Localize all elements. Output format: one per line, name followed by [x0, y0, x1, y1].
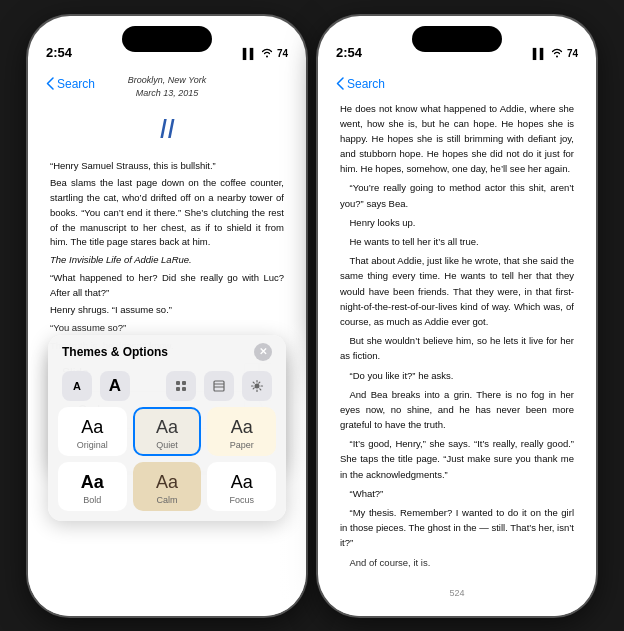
brightness-button[interactable] [242, 371, 272, 401]
font-controls: A A [48, 367, 286, 407]
right-para-7: And Bea breaks into a grin. There is no … [340, 387, 574, 433]
panel-overlay: Slide ✓ Curl [28, 336, 306, 616]
theme-paper-aa: Aa [231, 417, 253, 438]
theme-quiet-aa: Aa [156, 417, 178, 438]
battery-icon-right: 74 [567, 48, 578, 59]
theme-quiet-label: Quiet [156, 440, 178, 450]
themes-title-group: Themes & Options [62, 345, 168, 359]
themes-bar: Themes & Options ✕ A A [48, 335, 286, 521]
dynamic-island-right [412, 26, 502, 52]
theme-quiet-inner: Aa Quiet [135, 409, 200, 454]
right-para-0: He does not know what happened to Addie,… [340, 101, 574, 177]
back-button-right[interactable]: Search [336, 77, 385, 91]
theme-original-inner: Aa Original [60, 409, 125, 454]
theme-paper-card[interactable]: Aa Paper [207, 407, 276, 456]
page-number-right: 524 [449, 588, 464, 598]
nav-bar-left: Search [28, 66, 306, 102]
theme-original-card[interactable]: Aa Original [58, 407, 127, 456]
theme-original-label: Original [77, 440, 108, 450]
theme-focus-inner: Aa Focus [209, 464, 274, 509]
chapter-number: II [50, 107, 284, 150]
dynamic-island-left [122, 26, 212, 52]
svg-rect-6 [182, 381, 186, 385]
right-para-8: “It’s good, Henry,” she says. “It’s real… [340, 436, 574, 482]
wifi-icon [261, 48, 273, 60]
back-button-left[interactable]: Search [46, 77, 95, 91]
right-para-9: “What?” [340, 486, 574, 501]
theme-focus-aa: Aa [231, 472, 253, 493]
theme-bold-label: Bold [83, 495, 101, 505]
theme-paper-inner: Aa Paper [209, 409, 274, 454]
themes-header: Themes & Options ✕ [48, 335, 286, 367]
font-decrease-button[interactable]: A [62, 371, 92, 401]
time-right: 2:54 [336, 45, 362, 60]
svg-rect-9 [214, 381, 224, 391]
theme-paper-label: Paper [230, 440, 254, 450]
svg-rect-7 [176, 387, 180, 391]
svg-rect-8 [182, 387, 186, 391]
theme-focus-label: Focus [229, 495, 254, 505]
right-para-2: Henry looks up. [340, 215, 574, 230]
theme-calm-label: Calm [156, 495, 177, 505]
themes-title: Themes & Options [62, 345, 168, 359]
book-para-1: Bea slams the last page down on the coff… [50, 176, 284, 250]
status-icons-left: ▌▌ 74 [243, 48, 288, 60]
book-content-right: He does not know what happened to Addie,… [318, 101, 596, 576]
right-para-3: He wants to tell her it’s all true. [340, 234, 574, 249]
right-para-4: That about Addie, just like he wrote, th… [340, 253, 574, 329]
theme-calm-inner: Aa Calm [135, 464, 200, 509]
theme-bold-card[interactable]: Aa Bold [58, 462, 127, 511]
status-icons-right: ▌▌ 74 [533, 48, 578, 60]
book-para-3: “What happened to her? Did she really go… [50, 271, 284, 300]
right-para-10: “My thesis. Remember? I wanted to do it … [340, 505, 574, 551]
book-content-fade-right [318, 556, 596, 616]
svg-point-10 [255, 383, 260, 388]
battery-icon: 74 [277, 48, 288, 59]
signal-icon: ▌▌ [243, 48, 257, 59]
font-increase-button[interactable]: A [100, 371, 130, 401]
formatting-button[interactable] [166, 371, 196, 401]
theme-bold-inner: Aa Bold [60, 464, 125, 509]
theme-original-aa: Aa [81, 417, 103, 438]
nav-bar-right: Search [318, 66, 596, 102]
time-left: 2:54 [46, 45, 72, 60]
left-phone: 2:54 ▌▌ 74 Search [28, 16, 306, 616]
right-phone: 2:54 ▌▌ 74 Search [318, 16, 596, 616]
right-para-6: “Do you like it?” he asks. [340, 368, 574, 383]
right-para-1: “You’re really going to method actor thi… [340, 180, 574, 210]
book-para-0: “Henry Samuel Strauss, this is bullshit.… [50, 159, 284, 174]
phones-container: 2:54 ▌▌ 74 Search [28, 16, 596, 616]
theme-grid: Aa Original Aa Quiet Aa [48, 407, 286, 521]
signal-icon-right: ▌▌ [533, 48, 547, 59]
wifi-icon-right [551, 48, 563, 60]
svg-rect-5 [176, 381, 180, 385]
page-style-button[interactable] [204, 371, 234, 401]
theme-bold-aa: Aa [81, 472, 104, 493]
theme-calm-aa: Aa [156, 472, 178, 493]
theme-focus-card[interactable]: Aa Focus [207, 462, 276, 511]
theme-quiet-card[interactable]: Aa Quiet [133, 407, 202, 456]
theme-calm-card[interactable]: Aa Calm [133, 462, 202, 511]
book-para-2: The Invisible Life of Addie LaRue. [50, 253, 284, 268]
right-para-5: But she wouldn’t believe him, so he lets… [340, 333, 574, 363]
themes-close-button[interactable]: ✕ [254, 343, 272, 361]
